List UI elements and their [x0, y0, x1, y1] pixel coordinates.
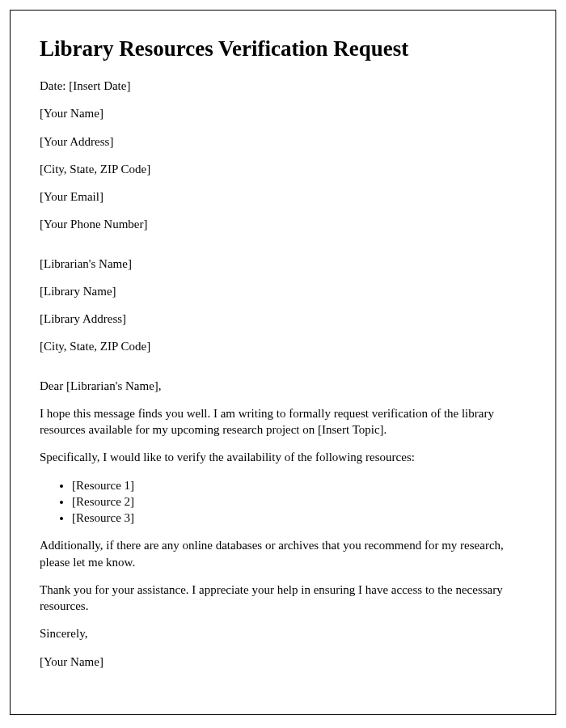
closing: Sincerely, — [40, 625, 526, 641]
list-item: [Resource 3] — [72, 510, 526, 526]
body-paragraph-1: I hope this message finds you well. I am… — [40, 405, 526, 438]
page-title: Library Resources Verification Request — [40, 36, 526, 61]
section-gap — [40, 244, 526, 256]
body-paragraph-3: Additionally, if there are any online da… — [40, 537, 526, 570]
salutation: Dear [Librarian's Name], — [40, 378, 526, 394]
body-paragraph-4: Thank you for your assistance. I appreci… — [40, 582, 526, 615]
recipient-city: [City, State, ZIP Code] — [40, 338, 526, 354]
recipient-address: [Library Address] — [40, 311, 526, 327]
body-paragraph-2: Specifically, I would like to verify the… — [40, 449, 526, 465]
list-item: [Resource 2] — [72, 493, 526, 510]
sender-email: [Your Email] — [40, 188, 526, 205]
signature: [Your Name] — [40, 654, 526, 670]
sender-name: [Your Name] — [40, 105, 526, 121]
sender-phone: [Your Phone Number] — [40, 216, 526, 232]
list-item: [Resource 1] — [72, 477, 526, 493]
sender-date: Date: [Insert Date] — [40, 78, 526, 94]
recipient-library: [Library Name] — [40, 283, 526, 299]
resource-list: [Resource 1] [Resource 2] [Resource 3] — [40, 477, 526, 527]
document-page: Library Resources Verification Request D… — [10, 10, 556, 715]
sender-address: [Your Address] — [40, 133, 526, 150]
recipient-name: [Librarian's Name] — [40, 256, 526, 272]
section-gap — [40, 366, 526, 378]
sender-city: [City, State, ZIP Code] — [40, 161, 526, 177]
